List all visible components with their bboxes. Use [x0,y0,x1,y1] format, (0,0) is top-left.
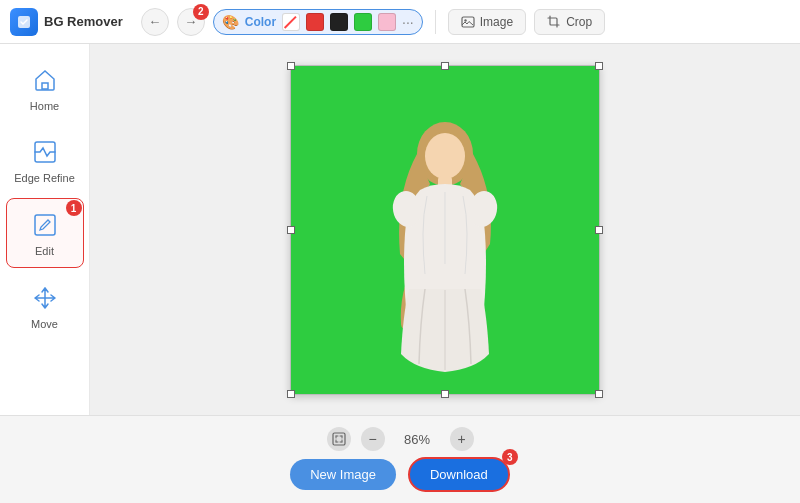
color-swatch-pink[interactable] [378,13,396,31]
color-more-btn[interactable]: ··· [402,14,414,30]
handle-mr[interactable] [595,226,603,234]
handle-bm[interactable] [441,390,449,398]
sidebar: Home Edge Refine [0,44,90,415]
nav-badge: 2 [193,4,209,20]
edit-icon [29,209,61,241]
handle-tm[interactable] [441,62,449,70]
sidebar-item-edge-refine[interactable]: Edge Refine [6,126,84,194]
toolbar: BG Remover ← → 2 🎨 Color ··· [0,0,800,44]
handle-bl[interactable] [287,390,295,398]
svg-point-7 [425,133,465,179]
crop-button[interactable]: Crop [534,9,605,35]
color-swatch-red[interactable] [306,13,324,31]
download-btn-wrap: Download 3 [408,457,510,492]
svg-rect-5 [35,215,55,235]
bottom-bar: − 86% + New Image Download 3 [0,415,800,503]
crop-icon [547,15,561,29]
fit-button[interactable] [327,427,351,451]
image-icon [461,15,475,29]
back-button[interactable]: ← [141,8,169,36]
svg-point-2 [464,19,466,21]
edge-refine-label: Edge Refine [14,172,75,184]
handle-tr[interactable] [595,62,603,70]
move-label: Move [31,318,58,330]
forward-btn-wrap: → 2 [177,8,205,36]
download-badge: 3 [502,449,518,465]
handle-br[interactable] [595,390,603,398]
image-button[interactable]: Image [448,9,526,35]
color-toolbar-group: 🎨 Color ··· [213,9,423,35]
color-swatch-transparent[interactable] [282,13,300,31]
sidebar-item-home[interactable]: Home [6,54,84,122]
logo-text: BG Remover [44,14,123,29]
color-swatch-black[interactable] [330,13,348,31]
svg-rect-11 [333,433,345,445]
image-canvas[interactable] [290,65,600,395]
zoom-level: 86% [395,432,440,447]
edit-badge: 1 [66,200,82,216]
canvas-viewport [90,44,800,415]
home-label: Home [30,100,59,112]
logo-icon [10,8,38,36]
move-icon [29,282,61,314]
handle-ml[interactable] [287,226,295,234]
zoom-in-button[interactable]: + [450,427,474,451]
zoom-out-button[interactable]: − [361,427,385,451]
svg-rect-3 [42,83,48,89]
sidebar-item-move[interactable]: Move [6,272,84,340]
download-button[interactable]: Download [408,457,510,492]
app-logo: BG Remover [10,8,123,36]
handle-tl[interactable] [287,62,295,70]
app-container: BG Remover ← → 2 🎨 Color ··· [0,0,800,503]
back-btn-wrap: ← [141,8,169,36]
sidebar-item-edit-wrap: Edit 1 [6,198,84,268]
color-icon: 🎨 [222,14,239,30]
edit-label: Edit [35,245,54,257]
main-content: Home Edge Refine [0,44,800,415]
new-image-button[interactable]: New Image [290,459,396,490]
color-label: Color [245,15,276,29]
zoom-controls: − 86% + [327,427,474,451]
edge-refine-icon [29,136,61,168]
action-buttons: New Image Download 3 [290,457,510,492]
image-btn-label: Image [480,15,513,29]
person-figure [365,114,525,394]
crop-btn-label: Crop [566,15,592,29]
toolbar-divider [435,10,436,34]
home-icon [29,64,61,96]
color-swatch-green[interactable] [354,13,372,31]
